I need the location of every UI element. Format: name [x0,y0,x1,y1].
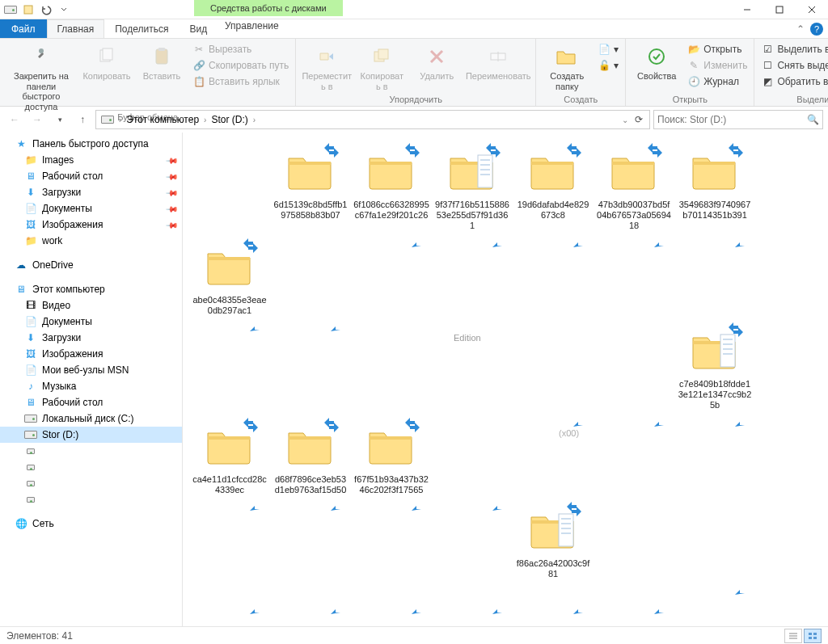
view-icons-button[interactable] [804,629,822,643]
tree-onedrive[interactable]: ☁OneDrive [0,257,182,273]
folder-item[interactable]: 19d6dafabd4e829673c8 [513,140,593,234]
rename-button[interactable]: Переименовать [466,40,530,82]
tab-home[interactable]: Главная [47,19,105,38]
qat-dropdown-icon[interactable] [57,2,71,17]
tree-unlabeled-3[interactable] [0,475,182,491]
folder-item[interactable]: f86ac26a42003c9f81 [513,499,593,581]
folder-item-partial[interactable] [513,602,593,620]
tree-unlabeled-1[interactable] [0,443,182,459]
breadcrumb-this-pc[interactable]: Этот компьютер [123,114,202,125]
folder-item[interactable]: 6d15139c8bd5ffb1975858b83b07 [271,140,350,234]
tree-msn[interactable]: 📄Мои веб-узлы MSN [0,362,182,378]
nav-forward-button[interactable]: → [27,110,47,129]
tree-unlabeled-2[interactable] [0,459,182,475]
search-input[interactable] [657,114,819,125]
tree-quick-access[interactable]: ★Панель быстрого доступа [0,136,182,152]
folder-item-partial[interactable] [352,602,431,620]
folder-item-partial[interactable] [190,319,269,413]
tree-videos[interactable]: 🎞Видео [0,297,182,314]
invert-selection-button[interactable]: ◩Обратить выделение [759,74,828,89]
select-all-button[interactable]: ☑Выделить все [759,42,828,57]
minimize-button[interactable] [731,0,763,19]
tree-desktop[interactable]: 🖥Рабочий стол📌 [0,168,182,184]
select-none-button[interactable]: ☐Снять выделение [759,58,828,73]
folder-item-partial[interactable] [675,415,754,497]
folder-item-partial[interactable] [594,415,674,497]
folder-item-partial[interactable] [271,499,350,581]
tab-file[interactable]: Файл [0,19,47,38]
tree-downloads[interactable]: ⬇Загрузки📌 [0,184,182,200]
breadcrumb[interactable]: › Этот компьютер › Stor (D:) › ⌄ ⟳ [95,110,650,129]
folder-item[interactable]: 9f37f716b511588653e255d57f91d361 [433,140,512,234]
tree-pictures[interactable]: 🖼Изображения📌 [0,217,182,233]
ribbon-collapse-icon[interactable]: ⌃ [794,23,807,36]
tree-this-pc[interactable]: 🖥Этот компьютер [0,281,182,297]
folder-item-partial[interactable] [433,499,512,581]
view-details-button[interactable] [784,629,802,643]
folder-item-partial[interactable] [271,602,350,620]
tree-downloads2[interactable]: ⬇Загрузки [0,330,182,346]
folder-item[interactable]: ca4e11d1cfccd28c4339ec [190,415,269,497]
new-item-button[interactable]: 📄▾ [596,42,620,57]
folder-item-partial[interactable] [513,235,593,318]
refresh-button[interactable]: ⟳ [630,114,648,125]
copy-button[interactable]: Копировать [81,40,133,82]
tree-documents2[interactable]: 📄Документы [0,314,182,330]
folder-item[interactable]: c7e8409b18fdde13e121e1347cc9b25b [675,319,754,413]
tree-documents[interactable]: 📄Документы📌 [0,200,182,217]
paste-button[interactable]: Вставить [136,40,188,82]
tree-pictures2[interactable]: 🖼Изображения [0,346,182,362]
edit-button[interactable]: ✎Изменить [686,58,749,73]
folder-item-partial[interactable] [190,499,269,581]
tree-network[interactable]: 🌐Сеть [0,516,182,532]
cut-button[interactable]: ✂Вырезать [191,42,290,57]
undo-icon[interactable] [39,2,53,17]
breadcrumb-dropdown-icon[interactable]: ⌄ [622,116,628,124]
paste-shortcut-button[interactable]: 📋Вставить ярлык [191,74,290,89]
folder-item[interactable]: abe0c48355e3eae0db297ac1 [190,235,269,318]
folder-item-partial[interactable] [433,235,512,318]
pin-to-quick-access-button[interactable]: Закрепить на панели быстрого доступа [5,40,78,112]
folder-item-partial[interactable] [594,602,674,620]
search-icon[interactable]: 🔍 [807,114,819,125]
folder-item-partial[interactable] [675,583,754,600]
folder-item-partial[interactable] [675,235,754,318]
nav-up-button[interactable]: ↑ [73,110,92,129]
move-to-button[interactable]: Переместит ь в [301,40,353,91]
breadcrumb-stor-d[interactable]: Stor (D:) [208,114,251,125]
folder-item[interactable]: 3549683f9740967b70114351b391 [675,140,754,234]
delete-button[interactable]: Удалить [411,40,463,82]
copy-to-button[interactable]: Копироват ь в [356,40,408,91]
tree-images[interactable]: 📁Images📌 [0,152,182,168]
tree-music[interactable]: ♪Музыка [0,378,182,394]
tree-stor-d[interactable]: Stor (D:) [0,427,182,443]
qat-properties-icon[interactable] [21,2,36,17]
properties-button[interactable]: Свойства [631,40,682,82]
tree-local-c[interactable]: Локальный диск (C:) [0,410,182,427]
folder-item-partial[interactable] [271,319,350,413]
copy-path-button[interactable]: 🔗Скопировать путь [191,58,290,73]
open-button[interactable]: 📂Открыть [686,42,749,57]
tab-view[interactable]: Вид [179,19,218,38]
folder-item[interactable]: 47b3db90037bd5f04b676573a0569418 [594,140,674,234]
help-icon[interactable]: ? [810,23,823,36]
folder-item-partial[interactable] [513,415,593,497]
new-folder-button[interactable]: Создать папку [541,40,593,91]
history-button[interactable]: 🕘Журнал [686,74,749,89]
folder-item-partial[interactable] [190,602,269,620]
easy-access-button[interactable]: 🔓▾ [596,58,620,73]
tab-manage[interactable]: Управление [214,19,289,32]
folder-item-partial[interactable] [594,235,674,318]
folder-item[interactable]: f67f51b93a437b3246c202f3f17565 [352,415,431,497]
nav-back-button[interactable]: ← [5,110,24,129]
nav-recent-button[interactable]: ▾ [50,110,70,129]
close-button[interactable] [796,0,828,19]
folder-item[interactable]: d68f7896ce3eb53d1eb9763af15d50 [271,415,350,497]
tree-desktop2[interactable]: 🖥Рабочий стол [0,394,182,410]
tab-share[interactable]: Поделиться [104,19,179,38]
folder-item[interactable]: 6f1086cc66328995c67fa1e29f201c26 [352,140,431,234]
tree-unlabeled-4[interactable] [0,491,182,507]
folder-item-partial[interactable] [433,602,512,620]
folder-item-partial[interactable] [352,235,431,318]
folder-item-partial[interactable] [352,499,431,581]
